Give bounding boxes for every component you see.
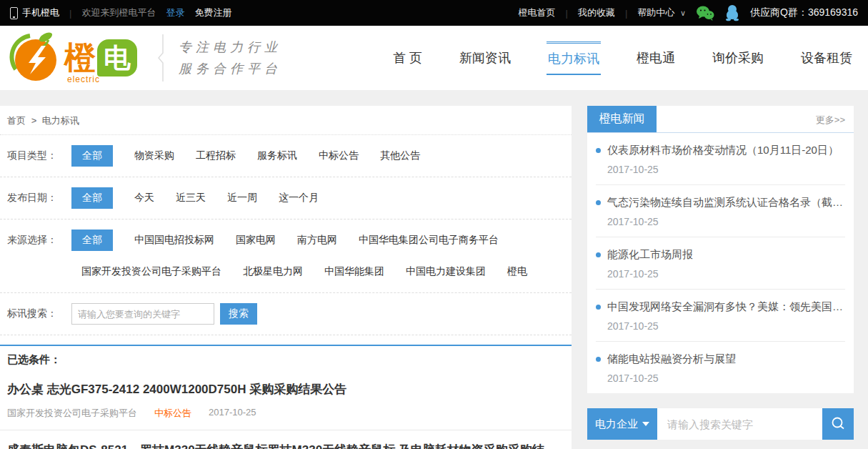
divider: | (69, 8, 71, 19)
breadcrumb-current: 电力标讯 (42, 115, 79, 126)
result-item: 办公桌 志光GF375-2412 2400W1200D750H 采购采购结果公告… (0, 370, 572, 430)
selected-conditions-label: 已选条件： (0, 345, 572, 370)
filter-option-all[interactable]: 全部 (71, 145, 113, 167)
filter-option[interactable]: 中国电力建设集团 (406, 261, 486, 282)
news-title[interactable]: 仪表原材料市场价格变动情况（10月11日-20日） (607, 144, 839, 157)
news-item: 气态污染物连续自动监测系统认证合格名录（截至9月... 2017-10-25 (596, 185, 845, 237)
filter-option[interactable]: 中国国电招投标网 (134, 230, 214, 251)
news-date: 2017-10-25 (596, 372, 845, 384)
filter-option[interactable]: 中国华电集团公司电子商务平台 (359, 230, 499, 251)
nav-news[interactable]: 新闻资讯 (458, 43, 512, 73)
help-center-menu[interactable]: 帮助中心 ∨ (637, 6, 686, 19)
filter-option[interactable]: 物资采购 (134, 145, 174, 167)
news-title[interactable]: 储能电站投融资分析与展望 (607, 352, 736, 366)
company-search-button[interactable] (822, 408, 854, 440)
search-label: 标讯搜索： (7, 307, 71, 320)
breadcrumb-home[interactable]: 首页 (7, 115, 26, 126)
filter-option[interactable]: 服务标讯 (257, 145, 297, 167)
filter-option[interactable]: 中标公告 (319, 145, 359, 167)
nav-power-tenders[interactable]: 电力标讯 (547, 41, 601, 75)
slogan-line2: 服务合作平台 (179, 58, 281, 79)
filter-project-type: 项目类型： 全部 物资采购 工程招标 服务标讯 中标公告 其他公告 (0, 135, 572, 177)
result-source: 国家开发投资公司电子采购平台 (7, 407, 137, 420)
bullet-icon (596, 148, 601, 153)
filter-option[interactable]: 其他公告 (380, 145, 420, 167)
bullet-icon (596, 200, 601, 205)
logo-lightning-icon (9, 30, 60, 86)
logo-text-electric: electric (67, 74, 100, 84)
main-panel: 首页 > 电力标讯 项目类型： 全部 物资采购 工程招标 服务标讯 中标公告 其… (0, 106, 572, 449)
filter-option-all[interactable]: 全部 (71, 230, 113, 251)
mobile-app-label: 手机橙电 (22, 6, 59, 19)
divider: | (625, 8, 627, 19)
bullet-icon (596, 357, 601, 362)
news-date: 2017-10-25 (596, 320, 845, 332)
site-header: 橙 电 electric 专注电力行业 服务合作平台 首 页 新闻资讯 电力标讯… (0, 26, 868, 90)
magnifier-icon (830, 416, 846, 432)
filter-option[interactable]: 近一周 (227, 187, 257, 209)
company-search-bar: 电力企业 (587, 408, 854, 440)
filter-option[interactable]: 中国华能集团 (324, 261, 384, 282)
main-nav: 首 页 新闻资讯 电力标讯 橙电通 询价采购 设备租赁 (391, 41, 859, 75)
slogan-divider (157, 34, 166, 82)
result-title[interactable]: 盛泰斯电脑包DS-8521、罗技M330无线静音鼠标罗技M330无线静音鼠标 及… (7, 442, 564, 449)
qq-icon[interactable] (724, 4, 740, 21)
news-item: 储能电站投融资分析与展望 2017-10-25 (596, 342, 845, 393)
result-title[interactable]: 办公桌 志光GF375-2412 2400W1200D750H 采购采购结果公告 (7, 381, 564, 398)
nav-home[interactable]: 首 页 (391, 43, 424, 73)
company-category-label: 电力企业 (595, 418, 638, 431)
company-search-input[interactable] (657, 408, 822, 440)
more-link[interactable]: 更多>> (816, 114, 854, 132)
login-link[interactable]: 登录 (166, 6, 184, 19)
filter-option[interactable]: 工程招标 (196, 145, 236, 167)
news-date: 2017-10-25 (596, 268, 845, 280)
breadcrumb: 首页 > 电力标讯 (0, 106, 572, 135)
news-title[interactable]: 能源化工市场周报 (607, 248, 693, 262)
result-date: 2017-10-25 (209, 407, 256, 420)
filter-option[interactable]: 国家开发投资公司电子采购平台 (81, 261, 221, 282)
tender-search-input[interactable] (71, 303, 214, 325)
news-item: 能源化工市场周报 2017-10-25 (596, 237, 845, 290)
caret-down-icon (642, 422, 649, 426)
register-link[interactable]: 免费注册 (194, 6, 231, 19)
filter-source: 来源选择： 全部 中国国电招投标网 国家电网 南方电网 中国华电集团公司电子商务… (0, 219, 572, 293)
filter-option[interactable]: 南方电网 (297, 230, 337, 251)
filter-option[interactable]: 橙电 (507, 261, 527, 282)
nav-inquiry-purchase[interactable]: 询价采购 (711, 43, 765, 73)
filter-option[interactable]: 国家电网 (236, 230, 276, 251)
news-title[interactable]: 中国发现网络安全漏洞有多快？美媒：领先美国20天 (607, 300, 845, 314)
wechat-icon[interactable] (696, 5, 714, 21)
slogan-line1: 专注电力行业 (179, 36, 281, 58)
company-category-dropdown[interactable]: 电力企业 (587, 408, 657, 440)
news-title[interactable]: 气态污染物连续自动监测系统认证合格名录（截至9月... (607, 196, 845, 209)
filter-option[interactable]: 北极星电力网 (243, 261, 303, 282)
favorites-link[interactable]: 我的收藏 (578, 6, 615, 19)
filter-publish-date: 发布日期： 全部 今天 近三天 近一周 这一个月 (0, 177, 572, 219)
sidebar: 橙电新闻 更多>> 仪表原材料市场价格变动情况（10月11日-20日） 2017… (587, 106, 854, 449)
filter-option[interactable]: 这一个月 (279, 187, 319, 209)
filter-label: 项目类型： (7, 145, 71, 162)
news-item: 中国发现网络安全漏洞有多快？美媒：领先美国20天 2017-10-25 (596, 290, 845, 342)
topbar: 手机橙电 | 欢迎来到橙电平台 登录 免费注册 橙电首页 | 我的收藏 | 帮助… (0, 0, 868, 26)
nav-equipment-rental[interactable]: 设备租赁 (799, 43, 854, 73)
bullet-icon (596, 252, 601, 257)
filter-option-all[interactable]: 全部 (71, 187, 113, 209)
site-logo[interactable]: 橙 电 electric (9, 30, 137, 86)
filter-label: 来源选择： (7, 230, 71, 247)
result-tag: 中标公告 (154, 407, 191, 420)
result-item: 盛泰斯电脑包DS-8521、罗技M330无线静音鼠标罗技M330无线静音鼠标 及… (0, 430, 572, 449)
news-date: 2017-10-25 (596, 164, 845, 175)
filter-option[interactable]: 今天 (134, 187, 154, 209)
news-item: 仪表原材料市场价格变动情况（10月11日-20日） 2017-10-25 (596, 133, 845, 185)
news-tab[interactable]: 橙电新闻 (587, 106, 657, 132)
slogan: 专注电力行业 服务合作平台 (157, 34, 281, 82)
mobile-app-link[interactable]: 手机橙电 (10, 6, 59, 19)
site-home-link[interactable]: 橙电首页 (519, 6, 556, 19)
nav-chengdiantong[interactable]: 橙电通 (635, 43, 677, 73)
tender-search-button[interactable]: 搜索 (220, 303, 257, 325)
filter-option[interactable]: 近三天 (176, 187, 206, 209)
welcome-text: 欢迎来到橙电平台 (81, 6, 156, 19)
logo-text-cheng: 橙 (64, 42, 96, 74)
chevron-down-icon: ∨ (680, 9, 686, 17)
supplier-qq-group: 供应商Q群：369169316 (750, 6, 858, 19)
